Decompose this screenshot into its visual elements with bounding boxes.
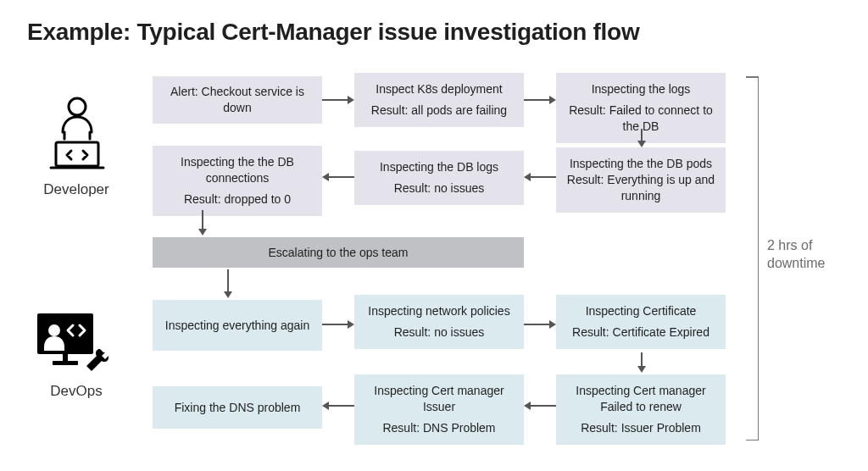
step-text: Inspecting Cert manager Issuer	[361, 383, 517, 415]
step-text: Inspecting the the DB connections	[159, 154, 315, 186]
step-result: Result: Everything is up and running	[563, 172, 719, 204]
arrow-head	[637, 141, 646, 147]
step-result: Result: DNS Problem	[361, 420, 517, 436]
svg-rect-1	[56, 142, 98, 166]
arrow	[531, 176, 556, 178]
developer-icon	[47, 95, 107, 171]
step-text: Escalating to the ops team	[269, 246, 409, 259]
step-text: Inspect K8s deployment	[361, 81, 517, 97]
arrow-head	[322, 173, 329, 181]
devops-icon	[37, 313, 117, 376]
step-fix-dns: Fixing the DNS problem	[153, 386, 322, 429]
step-result: Result: Issuer Problem	[563, 420, 719, 436]
step-result: Result: dropped to 0	[159, 191, 315, 208]
arrow	[524, 324, 549, 325]
step-text: Inspecting Certificate	[563, 303, 719, 319]
step-escalate: Escalating to the ops team	[153, 237, 524, 268]
arrow	[329, 176, 354, 178]
page-title: Example: Typical Cert-Manager issue inve…	[27, 19, 639, 46]
arrow-head	[322, 402, 329, 410]
step-cert-manager-failed-renew: Inspecting Cert manager Failed to renew …	[556, 374, 726, 445]
step-text: Inspecting the DB logs	[361, 159, 517, 175]
arrow	[322, 99, 348, 101]
step-text: Alert: Checkout service is down	[159, 84, 315, 116]
diagram-canvas: Example: Typical Cert-Manager issue inve…	[0, 0, 868, 471]
step-text: Inspecting network policies	[361, 303, 517, 319]
arrow	[531, 405, 556, 407]
step-inspect-db-logs: Inspecting the DB logs Result: no issues	[354, 151, 524, 205]
step-result: Result: no issues	[361, 324, 517, 341]
arrow	[322, 324, 348, 325]
step-inspect-everything-again: Inspecting everything again	[153, 300, 322, 351]
arrow-head	[549, 96, 556, 104]
step-cert-manager-issuer: Inspecting Cert manager Issuer Result: D…	[354, 374, 524, 445]
step-inspect-db-pods: Inspecting the the DB pods Result: Every…	[556, 147, 726, 213]
svg-point-0	[69, 98, 86, 115]
arrow	[524, 99, 549, 101]
step-text: Inspecting the the DB pods	[563, 156, 719, 172]
svg-point-5	[48, 324, 60, 336]
downtime-label: 2 hrs of downtime	[767, 237, 852, 273]
arrow-head	[198, 229, 207, 236]
arrow-head	[224, 291, 232, 298]
step-result: Result: no issues	[361, 180, 517, 197]
step-text: Inspecting Cert manager Failed to renew	[563, 383, 719, 415]
step-inspect-db-connections: Inspecting the the DB connections Result…	[153, 146, 322, 216]
arrow-head	[348, 320, 354, 329]
svg-rect-4	[53, 361, 78, 365]
step-alert-checkout-down: Alert: Checkout service is down	[153, 76, 322, 124]
role-label-developer: Developer	[17, 181, 136, 198]
step-text: Inspecting everything again	[165, 318, 309, 334]
step-text: Fixing the DNS problem	[175, 400, 301, 416]
step-text: Inspecting the logs	[563, 81, 719, 97]
step-inspect-k8s-deployment: Inspect K8s deployment Result: all pods …	[354, 73, 524, 127]
arrow	[202, 210, 203, 230]
arrow	[227, 269, 229, 293]
downtime-bracket	[746, 76, 759, 441]
svg-rect-3	[63, 354, 68, 361]
step-result: Result: all pods are failing	[361, 103, 517, 119]
arrow-head	[549, 320, 556, 329]
arrow	[329, 405, 354, 407]
step-inspect-certificate: Inspecting Certificate Result: Certifica…	[556, 295, 726, 349]
step-inspect-network-policies: Inspecting network policies Result: no i…	[354, 295, 524, 349]
role-label-devops: DevOps	[17, 383, 136, 400]
arrow-head	[524, 173, 531, 181]
arrow-head	[348, 96, 354, 104]
step-result: Result: Certificate Expired	[563, 324, 719, 341]
arrow-head	[637, 366, 646, 373]
arrow-head	[524, 402, 531, 410]
